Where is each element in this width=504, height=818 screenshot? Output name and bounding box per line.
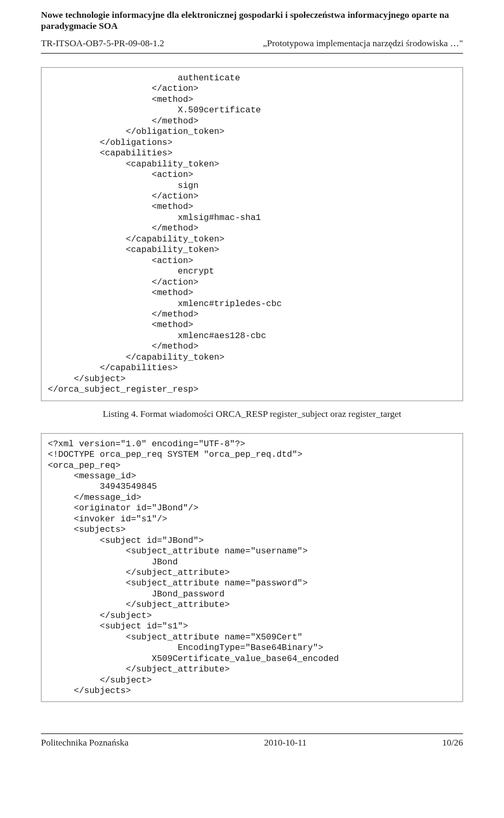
- doc-title-right: „Prototypowa implementacja narzędzi środ…: [263, 38, 463, 49]
- page: Nowe technologie informacyjne dla elektr…: [0, 0, 504, 780]
- running-head: Nowe technologie informacyjne dla elektr…: [41, 9, 463, 32]
- header-rule: [41, 53, 463, 54]
- footer-right: 10/26: [442, 737, 463, 748]
- footer: Politechnika Poznańska 2010-10-11 10/26: [41, 733, 463, 748]
- code-box-2: <?xml version="1.0" encoding="UTF-8"?> <…: [41, 433, 463, 702]
- listing-caption: Listing 4. Format wiadomości ORCA_RESP r…: [41, 408, 463, 420]
- code-listing-2: <?xml version="1.0" encoding="UTF-8"?> <…: [48, 439, 456, 697]
- doc-id: TR-ITSOA-OB7-5-PR-09-08-1.2: [41, 38, 164, 49]
- sub-header-row: TR-ITSOA-OB7-5-PR-09-08-1.2 „Prototypowa…: [41, 38, 463, 49]
- footer-center: 2010-10-11: [264, 737, 307, 748]
- footer-left: Politechnika Poznańska: [41, 737, 129, 748]
- footer-row: Politechnika Poznańska 2010-10-11 10/26: [41, 737, 463, 748]
- code-box-1: authenticate </action> <method> X.509cer…: [41, 67, 463, 401]
- code-listing-1: authenticate </action> <method> X.509cer…: [48, 73, 456, 395]
- footer-rule: [41, 733, 463, 734]
